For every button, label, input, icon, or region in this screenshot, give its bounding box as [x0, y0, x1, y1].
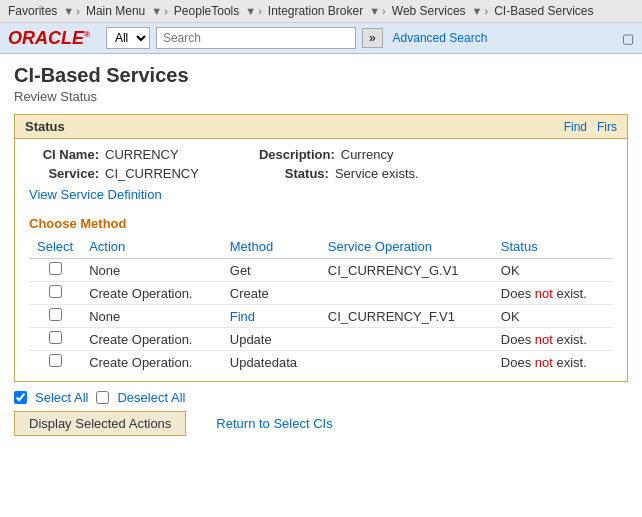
cell-status: OK [493, 259, 613, 282]
header-bar: ORACLE® All » Advanced Search ▢ [0, 23, 642, 54]
nav-ci-based-services[interactable]: CI-Based Services [490, 2, 597, 20]
status-section-header: Status Find Firs [15, 115, 627, 139]
nav-peopletools[interactable]: PeopleTools [170, 2, 243, 20]
header-icon[interactable]: ▢ [622, 31, 634, 46]
choose-method-header: Choose Method [29, 216, 613, 231]
cell-method[interactable]: Find [222, 305, 320, 328]
description-value: Currency [341, 147, 394, 162]
advanced-search-link[interactable]: Advanced Search [393, 31, 488, 45]
page-subtitle: Review Status [14, 89, 628, 104]
status-left-fields: CI Name: CURRENCY Service: CI_CURRENCY [29, 147, 199, 181]
service-row: Service: CI_CURRENCY [29, 166, 199, 181]
cell-action: None [81, 259, 222, 282]
nav-integration-broker[interactable]: Integration Broker [264, 2, 367, 20]
select-all-row: Select All Deselect All [14, 390, 185, 405]
cell-method: Create [222, 282, 320, 305]
top-nav: Favorites ▼ › Main Menu ▼ › PeopleTools … [0, 0, 642, 23]
ci-name-label: CI Name: [29, 147, 99, 162]
cell-method: Updatedata [222, 351, 320, 374]
cell-status: OK [493, 305, 613, 328]
cell-service-op [320, 328, 493, 351]
col-action: Action [81, 235, 222, 259]
description-label: Description: [259, 147, 335, 162]
cell-service-op [320, 351, 493, 374]
find-link[interactable]: Find [564, 120, 587, 134]
row-checkbox-4[interactable] [49, 354, 62, 367]
display-selected-actions-button[interactable]: Display Selected Actions [14, 411, 186, 436]
description-row: Description: Currency [259, 147, 419, 162]
status-fields: CI Name: CURRENCY Service: CI_CURRENCY D… [29, 147, 613, 181]
search-input[interactable] [156, 27, 356, 49]
cell-service-op: CI_CURRENCY_F.V1 [320, 305, 493, 328]
page-content: CI-Based Services Review Status Status F… [0, 54, 642, 456]
table-row: NoneGetCI_CURRENCY_G.V1OK [29, 259, 613, 282]
bottom-actions: Select All Deselect All [14, 382, 628, 411]
select-all-checkbox[interactable] [14, 391, 27, 404]
cell-action: Create Operation. [81, 282, 222, 305]
cell-action: Create Operation. [81, 351, 222, 374]
oracle-logo: ORACLE® [8, 28, 90, 49]
status-field-value: Service exists. [335, 166, 419, 181]
cell-method: Update [222, 328, 320, 351]
method-table: Select Action Method Service Operation S… [29, 235, 613, 373]
view-service-definition-link[interactable]: View Service Definition [29, 187, 162, 202]
status-value-row: Status: Service exists. [259, 166, 419, 181]
nav-mainmenu[interactable]: Main Menu [82, 2, 149, 20]
nav-web-services[interactable]: Web Services [388, 2, 470, 20]
status-section: Status Find Firs CI Name: CURRENCY Servi… [14, 114, 628, 382]
status-header-title: Status [25, 119, 65, 134]
cell-status: Does not exist. [493, 351, 613, 374]
ci-name-row: CI Name: CURRENCY [29, 147, 199, 162]
nav-favorites[interactable]: Favorites [4, 2, 61, 20]
status-header-links: Find Firs [564, 120, 617, 134]
status-body: CI Name: CURRENCY Service: CI_CURRENCY D… [15, 139, 627, 381]
col-service-operation: Service Operation [320, 235, 493, 259]
cell-service-op: CI_CURRENCY_G.V1 [320, 259, 493, 282]
col-status: Status [493, 235, 613, 259]
cell-status: Does not exist. [493, 282, 613, 305]
col-select: Select [29, 235, 81, 259]
cell-action: None [81, 305, 222, 328]
service-value: CI_CURRENCY [105, 166, 199, 181]
cell-service-op [320, 282, 493, 305]
status-field-label: Status: [259, 166, 329, 181]
table-row: NoneFindCI_CURRENCY_F.V1OK [29, 305, 613, 328]
row-checkbox-1[interactable] [49, 285, 62, 298]
status-right-fields: Description: Currency Status: Service ex… [259, 147, 419, 181]
search-type-select[interactable]: All [106, 27, 150, 49]
table-row: Create Operation.UpdatedataDoes not exis… [29, 351, 613, 374]
col-method: Method [222, 235, 320, 259]
deselect-all-checkbox[interactable] [96, 391, 109, 404]
row-checkbox-3[interactable] [49, 331, 62, 344]
deselect-all-label[interactable]: Deselect All [117, 390, 185, 405]
search-go-button[interactable]: » [362, 28, 383, 48]
row-checkbox-2[interactable] [49, 308, 62, 321]
first-link[interactable]: Firs [597, 120, 617, 134]
table-row: Create Operation.UpdateDoes not exist. [29, 328, 613, 351]
return-to-select-cis-link[interactable]: Return to Select CIs [216, 416, 332, 431]
select-all-label[interactable]: Select All [35, 390, 88, 405]
ci-name-value: CURRENCY [105, 147, 179, 162]
cell-method: Get [222, 259, 320, 282]
page-title: CI-Based Services [14, 64, 628, 87]
service-label: Service: [29, 166, 99, 181]
cell-action: Create Operation. [81, 328, 222, 351]
table-row: Create Operation.CreateDoes not exist. [29, 282, 613, 305]
cell-status: Does not exist. [493, 328, 613, 351]
row-checkbox-0[interactable] [49, 262, 62, 275]
